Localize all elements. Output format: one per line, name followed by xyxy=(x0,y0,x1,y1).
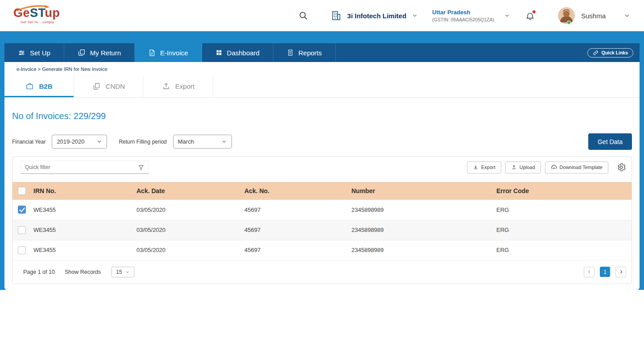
dashboard-grid-icon xyxy=(215,49,223,56)
upload-icon xyxy=(511,165,517,170)
briefcase-icon xyxy=(25,82,34,91)
sliders-icon xyxy=(18,49,25,57)
table-row: WE3455 03/05/2020 45697 2345898989 ERG xyxy=(12,200,632,220)
get-data-button[interactable]: Get Data xyxy=(588,133,632,150)
quick-links-label: Quick Links xyxy=(601,50,628,55)
breadcrumb: e-Invoice > Generate IRN for New Invoice xyxy=(4,62,640,72)
notifications-button[interactable] xyxy=(525,11,535,21)
nav-tab-label: My Return xyxy=(90,49,121,57)
app-header: GeSTup Get Set To... comply 3i Infotech … xyxy=(0,0,644,31)
select-all-checkbox[interactable] xyxy=(18,187,26,195)
chevron-down-icon xyxy=(96,139,102,145)
quick-filter-input[interactable] xyxy=(25,164,138,170)
company-name: 3i Infotech Limited xyxy=(347,12,407,20)
quick-links-button[interactable]: Quick Links xyxy=(587,48,633,58)
download-template-button[interactable]: Download Template xyxy=(545,161,608,173)
filter-funnel-icon[interactable] xyxy=(138,164,144,171)
cell-error-code: ERG xyxy=(496,200,632,220)
cell-error-code: ERG xyxy=(496,220,632,240)
download-template-label: Download Template xyxy=(560,165,603,170)
cell-ack-date: 03/05/2020 xyxy=(136,220,244,240)
upload-label: Upload xyxy=(520,165,535,170)
show-records-label: Show Records xyxy=(65,269,101,275)
nav-tab-dashboard[interactable]: Dashboard xyxy=(202,43,273,62)
report-file-icon xyxy=(287,49,294,56)
page-size-value: 15 xyxy=(116,269,122,275)
subtab-export[interactable]: Export xyxy=(144,75,213,97)
row-checkbox[interactable] xyxy=(18,226,26,234)
page-content: e-Invoice > Generate IRN for New Invoice… xyxy=(4,62,640,290)
gstin-value: (GSTIN: 09AAACI5205Q1ZA) xyxy=(432,17,494,22)
table-row: WE3455 03/05/2020 45697 2345898989 ERG xyxy=(12,220,632,240)
page-background: Set Up My Return E-Invoice xyxy=(0,31,644,290)
invoice-count-title: No of Invoices: 229/299 xyxy=(12,111,640,121)
online-status-dot xyxy=(567,21,571,25)
nav-right: Quick Links xyxy=(587,43,640,62)
app-logo[interactable]: GeSTup Get Set To... comply xyxy=(13,7,60,24)
download-icon xyxy=(473,165,479,170)
pagination-bar: Page 1 of 10 Show Records 15 1 xyxy=(12,260,632,284)
chevron-down-icon xyxy=(504,12,510,19)
page-size-select[interactable]: 15 xyxy=(111,267,134,277)
financial-year-label: Financial Year xyxy=(12,139,45,145)
cell-ack-no: 45697 xyxy=(244,220,351,240)
col-ack-no: Ack. No. xyxy=(244,182,351,200)
logo-text: GeSTup xyxy=(13,7,60,19)
chevron-left-icon xyxy=(586,269,592,275)
cell-ack-no: 45697 xyxy=(244,200,351,220)
financial-year-value: 2019-2020 xyxy=(57,138,84,145)
cell-number: 2345898989 xyxy=(351,200,496,220)
nav-tab-label: Set Up xyxy=(30,49,50,57)
export-button[interactable]: Export xyxy=(467,161,501,173)
table-toolbar: Export Upload xyxy=(12,157,632,178)
period-label: Return Filling period xyxy=(119,139,166,145)
user-name[interactable]: Sushma xyxy=(581,12,606,20)
chevron-down-icon xyxy=(125,270,130,274)
row-checkbox[interactable] xyxy=(18,206,26,214)
link-icon xyxy=(593,50,599,56)
upload-button[interactable]: Upload xyxy=(505,161,541,173)
state-name: Uttar Pradesh xyxy=(432,9,494,16)
next-page-button[interactable] xyxy=(615,267,626,277)
gear-icon xyxy=(616,162,626,172)
row-checkbox[interactable] xyxy=(18,246,26,254)
subtab-label: CNDN xyxy=(106,83,125,90)
nav-tab-reports[interactable]: Reports xyxy=(273,43,336,62)
nav-tab-label: Dashboard xyxy=(227,49,260,57)
invoice-table: IRN No. Ack. Date Ack. No. Number Error … xyxy=(12,182,632,260)
cell-number: 2345898989 xyxy=(351,220,496,240)
col-ack-date: Ack. Date xyxy=(136,182,244,200)
return-docs-icon xyxy=(78,49,86,57)
copy-docs-icon xyxy=(92,82,101,91)
nav-tab-setup[interactable]: Set Up xyxy=(4,43,64,62)
nav-tab-label: E-Invoice xyxy=(160,49,188,57)
invoice-doc-icon xyxy=(148,49,156,57)
subtab-cndn[interactable]: CNDN xyxy=(74,75,144,97)
logo-swoosh-icon xyxy=(16,4,51,12)
subtab-label: Export xyxy=(175,83,194,90)
cell-irn-no: WE3455 xyxy=(33,220,136,240)
header-right: 3i Infotech Limited Uttar Pradesh (GSTIN… xyxy=(298,6,631,25)
quick-filter-box xyxy=(21,161,149,174)
col-number: Number xyxy=(351,182,496,200)
subtab-bar: B2B CNDN Export xyxy=(4,75,640,98)
col-error-code: Error Code xyxy=(496,182,632,200)
search-icon[interactable] xyxy=(298,11,308,21)
period-select[interactable]: March xyxy=(173,135,232,149)
main-panel: Set Up My Return E-Invoice xyxy=(4,43,640,290)
invoice-table-card: Export Upload xyxy=(12,157,632,284)
financial-year-select[interactable]: 2019-2020 xyxy=(52,135,107,149)
subtab-label: B2B xyxy=(39,83,52,90)
table-settings-button[interactable] xyxy=(616,162,626,172)
company-selector[interactable]: 3i Infotech Limited xyxy=(324,6,425,25)
gstin-selector[interactable]: Uttar Pradesh (GSTIN: 09AAACI5205Q1ZA) xyxy=(432,9,510,22)
nav-tab-my-return[interactable]: My Return xyxy=(64,43,135,62)
nav-tab-e-invoice[interactable]: E-Invoice xyxy=(135,43,202,62)
current-page[interactable]: 1 xyxy=(600,267,610,277)
period-value: March xyxy=(178,138,194,145)
avatar[interactable] xyxy=(558,7,575,24)
prev-page-button[interactable] xyxy=(584,267,594,277)
toolbar-actions: Export Upload xyxy=(467,161,626,173)
user-menu-chevron-icon[interactable] xyxy=(623,12,631,19)
subtab-b2b[interactable]: B2B xyxy=(4,75,74,97)
